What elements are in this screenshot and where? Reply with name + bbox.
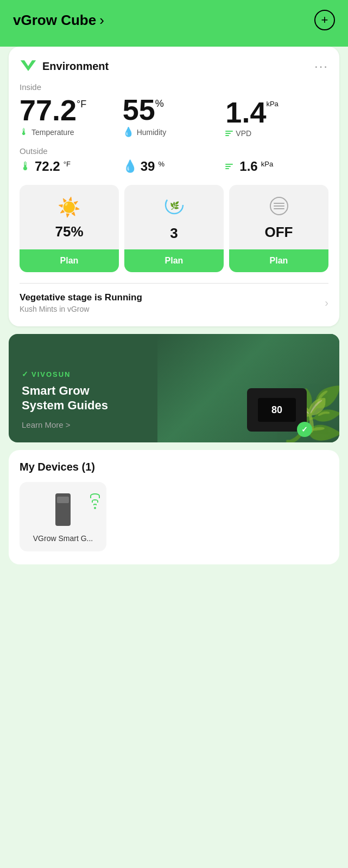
- outside-vpd: 1.6 kPa: [225, 159, 328, 174]
- filter-icon: [269, 196, 289, 218]
- fan-plan-button[interactable]: Plan: [124, 249, 224, 272]
- fan-control-card: 🌿 3 Plan: [124, 185, 224, 272]
- environment-card: Environment ··· Inside 77.2 °F 🌡 Tempera…: [9, 47, 339, 326]
- banner-content: ✓ VIVOSUN Smart Grow System Guides Learn…: [22, 370, 326, 429]
- light-value: 75%: [55, 223, 83, 240]
- stage-subtitle: Kush Mints in vGrow: [20, 305, 142, 313]
- inside-humidity-value: 55: [123, 95, 155, 124]
- banner-title: Smart Grow System Guides: [22, 384, 130, 413]
- device-tower-icon: [55, 493, 71, 526]
- inside-metrics: 77.2 °F 🌡 Temperature 55 % 💧 Humidity: [20, 95, 328, 138]
- scroll-area: Environment ··· Inside 77.2 °F 🌡 Tempera…: [0, 47, 348, 868]
- inside-temp-unit: °F: [77, 99, 86, 110]
- more-options-button[interactable]: ···: [314, 59, 328, 74]
- svg-marker-0: [21, 60, 36, 71]
- inside-humidity-unit: %: [155, 98, 164, 110]
- header-title-row[interactable]: vGrow Cube ›: [13, 12, 104, 29]
- vgrow-svg-icon: [20, 57, 37, 75]
- app-header: vGrow Cube › +: [0, 0, 348, 40]
- light-plan-button[interactable]: Plan: [20, 249, 119, 272]
- control-cards-row: ☀️ 75% Plan 🌿 3 Plan: [20, 185, 328, 272]
- stage-row[interactable]: Vegetative stage is Running Kush Mints i…: [20, 292, 328, 313]
- header-chevron: ›: [99, 12, 104, 29]
- outside-humid-icon: 💧: [123, 159, 137, 173]
- svg-text:🌿: 🌿: [169, 201, 179, 210]
- wifi-signal-icon: [90, 488, 100, 509]
- fan-value: 3: [170, 225, 178, 242]
- devices-list: VGrow Smart G...: [20, 482, 328, 551]
- outside-vpd-value: 1.6: [239, 159, 257, 174]
- device-item-name: VGrow Smart G...: [33, 534, 93, 543]
- humidity-icon: 💧: [123, 126, 134, 138]
- filter-value: OFF: [265, 224, 293, 241]
- inside-temperature: 77.2 °F 🌡 Temperature: [20, 95, 123, 138]
- outside-humidity-unit: %: [158, 160, 164, 168]
- thermometer-icon: 🌡: [20, 127, 29, 138]
- filter-plan-button[interactable]: Plan: [229, 249, 328, 272]
- inside-vpd-label: VPD: [236, 129, 251, 138]
- fan-card-body: 🌿 3: [159, 185, 190, 249]
- vpd-icon: [225, 131, 233, 136]
- outside-therm-icon: 🌡: [20, 159, 31, 173]
- outside-temperature: 🌡 72.2 °F: [20, 159, 123, 174]
- inside-humidity-label: Humidity: [137, 128, 166, 137]
- outside-temp-unit: °F: [64, 160, 71, 168]
- learn-more-link[interactable]: Learn More >: [22, 420, 326, 429]
- devices-section: My Devices (1) VGrow Smart G...: [9, 450, 339, 564]
- outside-vpd-icon: [225, 164, 233, 169]
- add-button[interactable]: +: [314, 10, 335, 30]
- light-sun-icon: ☀️: [58, 196, 80, 218]
- fan-icon: 🌿: [164, 195, 185, 220]
- inside-temp-label: Temperature: [31, 128, 74, 137]
- card-divider: [20, 283, 328, 284]
- env-title-text: Environment: [42, 60, 109, 73]
- stage-chevron-icon: ›: [325, 297, 328, 309]
- outside-temp-value: 72.2: [35, 159, 60, 174]
- inside-temp-value: 77.2: [20, 95, 77, 125]
- filter-control-card: OFF Plan: [229, 185, 328, 272]
- filter-svg-icon: [269, 196, 289, 216]
- inside-vpd: 1.4 kPa VPD: [225, 98, 328, 138]
- fan-svg-icon: 🌿: [164, 195, 185, 215]
- vivosun-logo: ✓ VIVOSUN: [22, 370, 326, 378]
- env-title-row: Environment: [20, 57, 109, 75]
- light-card-body: ☀️ 75%: [49, 185, 88, 249]
- env-card-header: Environment ···: [20, 57, 328, 75]
- inside-humidity: 55 % 💧 Humidity: [123, 95, 226, 138]
- app-title: vGrow Cube: [13, 12, 96, 29]
- outside-humidity: 💧 39 %: [123, 159, 226, 174]
- light-control-card: ☀️ 75% Plan: [20, 185, 119, 272]
- inside-vpd-unit: kPa: [266, 100, 278, 108]
- inside-label: Inside: [20, 82, 328, 92]
- outside-humidity-value: 39: [141, 159, 155, 174]
- vivosun-checkmark-icon: ✓: [22, 370, 29, 378]
- outside-section: Outside 🌡 72.2 °F 💧 39 %: [20, 146, 328, 174]
- stage-title: Vegetative stage is Running: [20, 292, 142, 303]
- devices-title: My Devices (1): [20, 461, 328, 473]
- vivosun-banner[interactable]: 🌿 🌱 80 ✓ ✓ VIVOSUN Smart Grow System: [9, 334, 339, 442]
- outside-label: Outside: [20, 146, 328, 156]
- vivosun-brand-name: VIVOSUN: [31, 370, 71, 378]
- vgrow-logo-icon: [20, 57, 37, 75]
- device-icon-box: [47, 491, 79, 529]
- inside-vpd-value: 1.4: [225, 98, 266, 127]
- filter-card-body: OFF: [260, 185, 299, 249]
- list-item[interactable]: VGrow Smart G...: [20, 482, 106, 551]
- outside-metrics: 🌡 72.2 °F 💧 39 % 1.6: [20, 159, 328, 174]
- outside-vpd-unit: kPa: [261, 160, 273, 168]
- stage-text: Vegetative stage is Running Kush Mints i…: [20, 292, 142, 313]
